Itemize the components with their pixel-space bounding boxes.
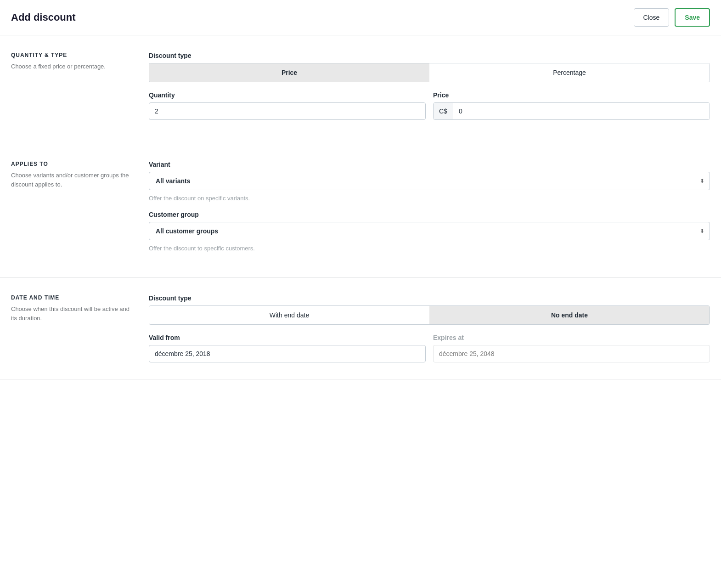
date-time-section-hint: Choose when this discount will be active… [11, 305, 130, 322]
close-button[interactable]: Close [634, 8, 670, 27]
currency-symbol: C$ [434, 103, 453, 119]
toggle-percentage[interactable]: Percentage [429, 63, 710, 82]
price-group: Price C$ [433, 91, 710, 120]
quantity-section-label: QUANTITY & TYPE [11, 52, 130, 58]
variant-select-wrapper: All variants ⬍ [149, 172, 710, 190]
customer-group-select[interactable]: All customer groups [149, 222, 710, 240]
toggle-no-end-date[interactable]: No end date [429, 306, 710, 324]
date-type-toggle: With end date No end date [149, 305, 710, 325]
date-discount-type-label: Discount type [149, 294, 710, 302]
date-time-section-label: DATE AND TIME [11, 294, 130, 301]
page-header: Add discount Close Save [0, 0, 721, 35]
applies-to-section: APPLIES TO Choose variants and/or custom… [0, 144, 721, 278]
expires-at-group: Expires at [433, 334, 710, 362]
applies-to-description: APPLIES TO Choose variants and/or custom… [11, 161, 130, 261]
price-input[interactable] [453, 103, 710, 119]
price-label: Price [433, 91, 710, 99]
expires-at-input[interactable] [433, 345, 710, 362]
quantity-type-section: QUANTITY & TYPE Choose a fixed price or … [0, 35, 721, 144]
valid-from-group: Valid from [149, 334, 426, 362]
toggle-price[interactable]: Price [149, 63, 429, 82]
discount-type-label: Discount type [149, 52, 710, 59]
toggle-with-end-date[interactable]: With end date [149, 306, 429, 324]
quantity-price-row: Quantity Price C$ [149, 91, 710, 120]
quantity-group: Quantity [149, 91, 426, 120]
applies-to-content: Variant All variants ⬍ Offer the discoun… [149, 161, 710, 261]
date-fields-row: Valid from Expires at [149, 334, 710, 362]
date-time-content: Discount type With end date No end date … [149, 294, 710, 362]
variant-label: Variant [149, 161, 710, 168]
header-actions: Close Save [634, 8, 710, 27]
save-button[interactable]: Save [675, 8, 710, 27]
applies-to-section-label: APPLIES TO [11, 161, 130, 167]
customer-group-label: Customer group [149, 211, 710, 218]
quantity-section-hint: Choose a fixed price or percentage. [11, 62, 130, 71]
quantity-input[interactable] [149, 102, 426, 120]
valid-from-label: Valid from [149, 334, 426, 341]
customer-group-hint: Offer the discount to specific customers… [149, 243, 710, 252]
page-title: Add discount [11, 11, 76, 23]
date-time-description: DATE AND TIME Choose when this discount … [11, 294, 130, 362]
valid-from-input[interactable] [149, 345, 426, 362]
variant-select[interactable]: All variants [149, 172, 710, 190]
date-time-section: DATE AND TIME Choose when this discount … [0, 278, 721, 379]
discount-type-toggle: Price Percentage [149, 63, 710, 82]
price-input-wrapper: C$ [433, 102, 710, 120]
customer-group-select-wrapper: All customer groups ⬍ [149, 222, 710, 240]
expires-at-label: Expires at [433, 334, 710, 341]
quantity-section-content: Discount type Price Percentage Quantity … [149, 52, 710, 127]
applies-to-section-hint: Choose variants and/or customer groups t… [11, 171, 130, 189]
variant-hint: Offer the discount on specific variants. [149, 193, 710, 202]
quantity-description: QUANTITY & TYPE Choose a fixed price or … [11, 52, 130, 127]
quantity-label: Quantity [149, 91, 426, 99]
